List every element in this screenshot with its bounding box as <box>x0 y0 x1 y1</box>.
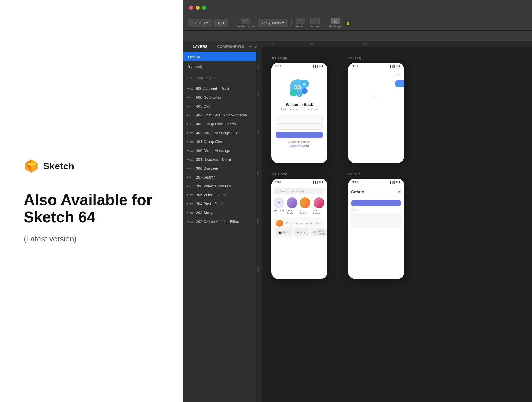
battery-icon: ▮ <box>322 65 323 68</box>
story-add-label: Add Story <box>274 209 284 212</box>
battery-icon: ▮ <box>399 181 400 184</box>
layer-item-300[interactable]: ▶ ▭ 300 Discover <box>183 164 256 173</box>
layer-item-600[interactable]: ▶ ▭ 600 Account - Posts <box>183 84 256 93</box>
nav-item-design[interactable]: Design <box>183 52 256 61</box>
expand-arrow-icon: ▶ <box>187 122 189 125</box>
chevron-down-icon: ▾ <box>223 21 225 25</box>
ruler-mark-v-800: 800 <box>257 171 259 175</box>
layer-name-405: 405 Call <box>196 104 210 108</box>
login-screen-100: SS Hi <box>271 70 327 153</box>
layer-name-207: 207 Search <box>196 175 216 179</box>
layer-item-206[interactable]: ▶ ▭ 206 Video fullscreen <box>183 181 256 190</box>
layer-item-401[interactable]: ▶ ▭ 401 Group Chat <box>183 137 256 146</box>
layer-item-500[interactable]: ▶ ▭ 500 Notification <box>183 93 256 102</box>
story-cora-label: Cora Smith <box>287 209 297 214</box>
data-button[interactable]: ⊞ ▾ <box>214 19 228 27</box>
symbols-button[interactable]: ↻ Symbols ▾ <box>258 19 288 27</box>
signal-icon: ▐▐▐ <box>312 181 318 184</box>
artboard-icon: ▭ <box>190 219 194 224</box>
layer-icon-405: ▶ ▭ <box>187 104 194 108</box>
ruler-left: 200 400 600 800 1,000 1,200 <box>257 47 262 402</box>
expand-arrow-icon: ▶ <box>187 158 189 161</box>
create-close-icon: ✕ <box>397 189 401 195</box>
layer-item-405[interactable]: ▶ ▭ 405 Call <box>183 102 256 111</box>
expand-arrow-icon: ▶ <box>187 202 189 205</box>
status-time-101: 9:41 <box>352 65 358 68</box>
symbols-label: Symbols <box>266 21 281 25</box>
create-title: Create <box>351 189 364 194</box>
layer-item-202[interactable]: ▶ ▭ 202 Create Article - Filled <box>183 217 256 226</box>
insert-button[interactable]: + Insert ▾ <box>188 19 212 27</box>
expand-arrow-icon: ▶ <box>187 87 189 90</box>
layer-item-402[interactable]: ▶ ▭ 402 Direct Message - Detail <box>183 128 256 137</box>
status-bar-201: 9:41 ▐▐▐ ≋ ▮ <box>348 179 404 186</box>
expand-arrow-icon: ▶ <box>187 176 189 179</box>
maximize-button[interactable] <box>202 6 206 10</box>
svg-text:SS: SS <box>294 85 301 90</box>
layer-item-207[interactable]: ▶ ▭ 207 Search <box>183 173 256 181</box>
artboard-201: 201 Cre... 9:41 ▐▐▐ ≋ ▮ <box>348 172 413 279</box>
artboard-icon: ▭ <box>190 140 194 144</box>
story-cora-avatar <box>287 197 297 208</box>
chevron-down-icon: ▾ <box>206 21 208 25</box>
login-welcome-text: Welcome Back <box>286 102 313 107</box>
layer-name-204: 204 Post - Detail <box>196 202 224 206</box>
expand-arrow-icon: ▶ <box>187 184 189 187</box>
add-layer-icon[interactable]: + <box>249 44 252 49</box>
battery-icon: ▮ <box>399 65 400 68</box>
artboard-icon: ▭ <box>190 210 194 215</box>
create-whats-text: What's... <box>351 209 401 212</box>
layer-icon-600: ▶ ▭ <box>187 86 194 91</box>
layer-item-203[interactable]: ▶ ▭ 203 Story <box>183 208 256 217</box>
ruler-top: 0 200 400 <box>257 41 532 47</box>
home-search-icon: ⌕ <box>277 190 278 193</box>
svg-point-12 <box>296 91 302 97</box>
expand-arrow-icon: ▶ <box>187 140 189 143</box>
layer-item-404[interactable]: ▶ ▭ 404 Chat Detail - Show media <box>183 111 256 119</box>
layer-item-301[interactable]: ▶ ▭ 301 Discover - Detail <box>183 155 256 164</box>
frame-label-100: 100 Login <box>271 56 336 60</box>
battery-icon: ▮ <box>322 181 323 184</box>
story-add: + Add Story <box>274 197 284 214</box>
artboard-grid: 100 Login 9:41 ▐▐▐ ≋ ▮ <box>271 56 413 279</box>
story-ian-avatar <box>300 197 310 208</box>
canvas-content: 100 Login 9:41 ▐▐▐ ≋ ▮ <box>262 47 532 402</box>
search-input[interactable]: Search Layers <box>191 76 216 80</box>
chevron-down-icon-2: ▾ <box>282 21 284 25</box>
layer-name-404: 404 Chat Detail - Show media <box>196 113 247 117</box>
artboard-icon: ▭ <box>190 86 194 91</box>
ruler-mark-0: 0 <box>271 43 273 46</box>
layer-name-403: 403 Group Chat - Detail <box>196 122 236 126</box>
minimize-button[interactable] <box>196 6 200 10</box>
rectangle-icon: ▢ <box>331 18 340 24</box>
layer-item-403[interactable]: ▶ ▭ 403 Group Chat - Detail <box>183 119 256 128</box>
sketch-logo-icon <box>24 158 39 174</box>
layer-item-400[interactable]: ▶ ▭ 400 Direct Message <box>183 146 256 155</box>
tab-components[interactable]: COMPONENTS <box>213 41 249 52</box>
close-button[interactable] <box>189 6 193 10</box>
layer-item-205[interactable]: ▶ ▭ 205 Video - Detail <box>183 190 256 199</box>
login-screen-101: hello. · · · · · · <box>348 70 404 99</box>
status-time-201: 9:41 <box>352 181 358 184</box>
nav-item-symbols[interactable]: Symbols <box>183 61 256 71</box>
post-video-btn: ▶ Video <box>294 228 309 236</box>
ssocial-logo-icon: SS Hi <box>288 76 311 99</box>
login-sub-text: Hello there, sign in to continue! <box>281 108 318 111</box>
layer-icon-500: ▶ ▭ <box>187 95 194 100</box>
layer-item-204[interactable]: ▶ ▭ 204 Post - Detail <box>183 199 256 208</box>
backward-group: ↓ Backward <box>309 18 322 28</box>
story-katie-avatar <box>314 197 324 208</box>
login-create-text: Create an account <box>288 140 310 143</box>
frame-label-200: 200 Home <box>271 172 336 176</box>
create-symbol-icon: ↺ <box>241 18 250 24</box>
search-icon: ⌕ <box>187 76 189 80</box>
artboard-icon: ▭ <box>190 95 194 100</box>
login-blue-btn <box>395 80 404 87</box>
tab-layers[interactable]: LAYERS <box>188 41 213 52</box>
frame-label-101: 101 Log... <box>348 56 413 60</box>
sketch-logo-text: Sketch <box>43 161 74 172</box>
layer-name-401: 401 Group Chat <box>196 140 223 144</box>
video-label: Video <box>300 231 306 234</box>
layer-icon-203: ▶ ▭ <box>187 210 194 215</box>
symbols-rotate-icon: ↻ <box>262 21 265 25</box>
